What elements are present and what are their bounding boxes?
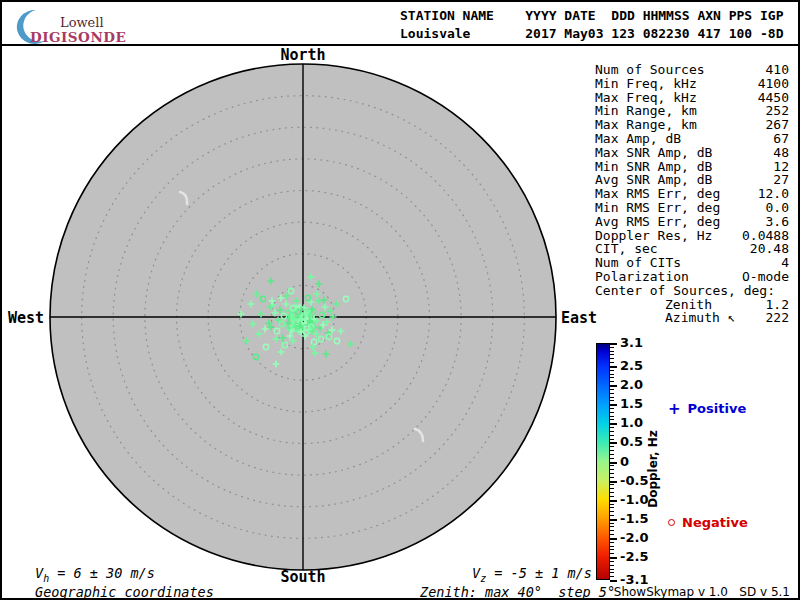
stat-value: 4 — [781, 256, 789, 270]
legend-negative-label: Negative — [682, 515, 748, 530]
colorbar-minor-tick — [610, 473, 614, 474]
doppler-colorbar — [596, 343, 610, 580]
colorbar-minor-tick — [610, 469, 614, 470]
colorbar-minor-tick — [610, 572, 614, 573]
stat-value: 4100 — [758, 77, 789, 91]
stat-value: 1.2 — [766, 298, 789, 312]
colorbar-major-tick — [610, 423, 617, 425]
stat-label: Max Amp, dB — [595, 132, 681, 146]
stat-value: 3.6 — [766, 215, 789, 229]
colorbar-minor-tick — [610, 553, 614, 554]
colorbar-minor-tick — [610, 515, 614, 516]
colorbar-minor-tick — [610, 549, 614, 550]
compass-east-label: East — [561, 309, 597, 327]
colorbar-tick-label: 3.1 — [620, 335, 643, 350]
stat-label: Min RMS Err, deg — [595, 201, 720, 215]
colorbar-minor-tick — [610, 450, 614, 451]
stat-row: Min Range, km252 — [595, 104, 789, 118]
colorbar-major-tick — [610, 404, 617, 406]
colorbar-minor-tick — [610, 454, 614, 455]
colorbar-minor-tick — [610, 561, 614, 562]
stat-row: Max Amp, dB67 — [595, 132, 789, 146]
colorbar-tick-label: -2.0 — [620, 530, 648, 545]
colorbar-minor-tick — [610, 381, 614, 382]
colorbar-minor-tick — [610, 484, 614, 485]
stat-row: Max Freq, kHz4450 — [595, 91, 789, 105]
stat-row: Avg SNR Amp, dB27 — [595, 173, 789, 187]
colorbar-tick-label: 2.5 — [620, 358, 643, 373]
colorbar-minor-tick — [610, 492, 614, 493]
stat-value: 410 — [766, 63, 789, 77]
legend-positive: + Positive — [668, 401, 746, 416]
colorbar-minor-tick — [610, 523, 614, 524]
colorbar-minor-tick — [610, 351, 614, 352]
colorbar-minor-tick — [610, 397, 614, 398]
header-values: Louisvale 2017 May03 123 082230 417 100 … — [400, 26, 784, 41]
colorbar-minor-tick — [610, 565, 614, 566]
stat-row: Max RMS Err, deg12.0 — [595, 187, 789, 201]
colorbar-minor-tick — [610, 439, 614, 440]
colorbar-major-tick — [610, 580, 617, 582]
logo-lowell-text: Lowell — [60, 15, 104, 30]
stat-row: PolarizationO-mode — [595, 270, 789, 284]
colorbar-tick-label: 1.0 — [620, 415, 643, 430]
stat-value: 267 — [766, 118, 789, 132]
colorbar-minor-tick — [610, 504, 614, 505]
colorbar-minor-tick — [610, 427, 614, 428]
colorbar-major-tick — [610, 366, 617, 368]
stat-value: 27 — [773, 173, 789, 187]
legend-negative: Negative — [668, 515, 748, 530]
stat-label: Min SNR Amp, dB — [595, 160, 712, 174]
stat-label: Min Freq, kHz — [595, 77, 697, 91]
colorbar-minor-tick — [610, 496, 614, 497]
negative-symbol-icon — [668, 519, 675, 526]
colorbar-minor-tick — [610, 511, 614, 512]
colorbar-major-tick — [610, 343, 617, 345]
colorbar-minor-tick — [610, 477, 614, 478]
header-divider — [2, 44, 798, 46]
stat-value: 20.48 — [750, 242, 789, 256]
stat-value: 48 — [773, 146, 789, 160]
stat-label: CIT, sec — [595, 242, 658, 256]
colorbar-tick-label: -0.5 — [620, 472, 648, 487]
colorbar-minor-tick — [610, 377, 614, 378]
colorbar-major-tick — [610, 500, 617, 502]
colorbar-minor-tick — [610, 416, 614, 417]
compass-north-label: North — [280, 46, 325, 64]
stat-label: Max Range, km — [595, 118, 697, 132]
colorbar-minor-tick — [610, 347, 614, 348]
colorbar-minor-tick — [610, 370, 614, 371]
colorbar-tick-label: 0 — [620, 453, 629, 468]
zenith-scale-note: Zenith: max 40° step 5° — [420, 584, 615, 600]
stat-row: Max Range, km267 — [595, 118, 789, 132]
stat-row: Num of Sources410 — [595, 63, 789, 77]
stat-value: 12.0 — [758, 187, 789, 201]
stat-label: Avg RMS Err, deg — [595, 215, 720, 229]
stat-row: Center of Sources, deg: — [595, 284, 789, 298]
colorbar-major-tick — [610, 442, 617, 444]
colorbar-minor-tick — [610, 542, 614, 543]
stat-label: Avg SNR Amp, dB — [595, 173, 712, 187]
colorbar-minor-tick — [610, 400, 614, 401]
colorbar-minor-tick — [610, 374, 614, 375]
stat-row: CIT, sec20.48 — [595, 242, 789, 256]
colorbar-minor-tick — [610, 358, 614, 359]
compass-west-label: West — [8, 309, 44, 327]
showskymap-window: Lowell DIGISONDE STATION NAME YYYY DATE … — [0, 0, 800, 600]
stat-row: Avg RMS Err, deg3.6 — [595, 215, 789, 229]
stat-value: 0.0488 — [742, 229, 789, 243]
stat-label: Max SNR Amp, dB — [595, 146, 712, 160]
stat-label: Doppler Res, Hz — [595, 229, 712, 243]
stat-row: Min RMS Err, deg0.0 — [595, 201, 789, 215]
colorbar-minor-tick — [610, 576, 614, 577]
colorbar-minor-tick — [610, 431, 614, 432]
colorbar-major-tick — [610, 538, 617, 540]
stat-value: 0.0 — [766, 201, 789, 215]
header-column-titles: STATION NAME YYYY DATE DDD HHMMSS AXN PP… — [400, 8, 784, 23]
colorbar-minor-tick — [610, 408, 614, 409]
colorbar-minor-tick — [610, 530, 614, 531]
colorbar-minor-tick — [610, 526, 614, 527]
stat-row: Min Freq, kHz4100 — [595, 77, 789, 91]
colorbar-minor-tick — [610, 435, 614, 436]
colorbar-major-tick — [610, 481, 617, 483]
